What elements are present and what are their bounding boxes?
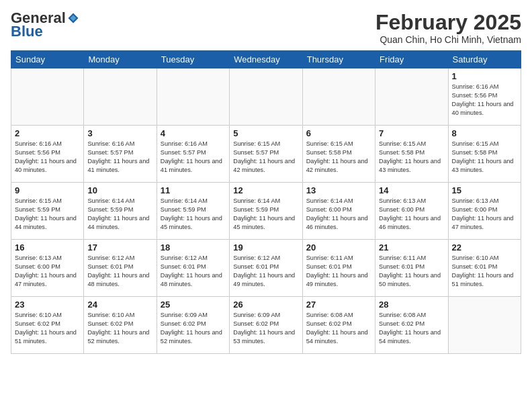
day-number: 12	[233, 185, 298, 195]
day-number: 8	[452, 128, 517, 138]
calendar-week-row: 16Sunrise: 6:13 AMSunset: 6:00 PMDayligh…	[11, 240, 521, 297]
day-number: 1	[452, 71, 517, 81]
day-info: Sunrise: 6:08 AMSunset: 6:02 PMDaylight:…	[379, 311, 444, 346]
day-number: 28	[379, 300, 444, 310]
calendar-cell: 9Sunrise: 6:15 AMSunset: 5:59 PMDaylight…	[11, 183, 84, 240]
page-header: General Blue February 2025 Quan Chin, Ho…	[11, 11, 521, 45]
calendar-cell: 27Sunrise: 6:08 AMSunset: 6:02 PMDayligh…	[302, 297, 375, 354]
day-number: 15	[452, 185, 517, 195]
day-info: Sunrise: 6:13 AMSunset: 6:00 PMDaylight:…	[452, 197, 517, 232]
day-info: Sunrise: 6:13 AMSunset: 6:00 PMDaylight:…	[15, 254, 80, 289]
day-number: 21	[379, 242, 444, 253]
day-number: 14	[379, 185, 444, 195]
calendar-cell: 20Sunrise: 6:11 AMSunset: 6:01 PMDayligh…	[302, 240, 375, 297]
day-info: Sunrise: 6:13 AMSunset: 6:00 PMDaylight:…	[379, 197, 444, 232]
day-number: 24	[87, 300, 152, 310]
calendar-cell: 18Sunrise: 6:12 AMSunset: 6:01 PMDayligh…	[157, 240, 229, 297]
calendar-cell: 11Sunrise: 6:14 AMSunset: 5:59 PMDayligh…	[157, 183, 229, 240]
calendar-cell: 14Sunrise: 6:13 AMSunset: 6:00 PMDayligh…	[375, 183, 448, 240]
day-number: 23	[15, 300, 80, 310]
day-number: 22	[452, 242, 517, 253]
calendar-cell	[302, 68, 375, 126]
day-number: 20	[306, 242, 371, 253]
calendar-week-row: 2Sunrise: 6:16 AMSunset: 5:56 PMDaylight…	[11, 126, 521, 183]
day-info: Sunrise: 6:11 AMSunset: 6:01 PMDaylight:…	[306, 254, 371, 289]
calendar-cell: 15Sunrise: 6:13 AMSunset: 6:00 PMDayligh…	[448, 183, 521, 240]
day-number: 26	[233, 300, 298, 310]
calendar-cell: 7Sunrise: 6:15 AMSunset: 5:58 PMDaylight…	[375, 126, 448, 183]
calendar-cell: 2Sunrise: 6:16 AMSunset: 5:56 PMDaylight…	[11, 126, 84, 183]
day-info: Sunrise: 6:10 AMSunset: 6:02 PMDaylight:…	[15, 311, 80, 346]
calendar-week-row: 23Sunrise: 6:10 AMSunset: 6:02 PMDayligh…	[11, 297, 521, 354]
day-number: 27	[306, 300, 371, 310]
day-number: 13	[306, 185, 371, 195]
calendar-cell: 12Sunrise: 6:14 AMSunset: 5:59 PMDayligh…	[230, 183, 302, 240]
day-info: Sunrise: 6:15 AMSunset: 5:59 PMDaylight:…	[15, 197, 80, 232]
day-info: Sunrise: 6:12 AMSunset: 6:01 PMDaylight:…	[161, 254, 226, 289]
calendar-header-friday: Friday	[375, 51, 448, 68]
day-number: 5	[233, 128, 298, 138]
calendar-header-thursday: Thursday	[302, 51, 375, 68]
calendar-cell: 4Sunrise: 6:16 AMSunset: 5:57 PMDaylight…	[157, 126, 229, 183]
calendar-cell: 3Sunrise: 6:16 AMSunset: 5:57 PMDaylight…	[84, 126, 157, 183]
day-info: Sunrise: 6:15 AMSunset: 5:58 PMDaylight:…	[379, 140, 444, 175]
calendar-cell	[84, 68, 157, 126]
calendar-cell: 17Sunrise: 6:12 AMSunset: 6:01 PMDayligh…	[84, 240, 157, 297]
calendar-header-saturday: Saturday	[448, 51, 521, 68]
calendar-cell: 16Sunrise: 6:13 AMSunset: 6:00 PMDayligh…	[11, 240, 84, 297]
day-info: Sunrise: 6:14 AMSunset: 5:59 PMDaylight:…	[161, 197, 226, 232]
day-number: 4	[161, 128, 226, 138]
calendar-header-wednesday: Wednesday	[230, 51, 302, 68]
day-number: 18	[161, 242, 226, 253]
day-number: 17	[87, 242, 152, 253]
day-info: Sunrise: 6:14 AMSunset: 5:59 PMDaylight:…	[87, 197, 152, 232]
calendar-cell: 8Sunrise: 6:15 AMSunset: 5:58 PMDaylight…	[448, 126, 521, 183]
calendar-cell	[230, 68, 302, 126]
calendar-cell: 22Sunrise: 6:10 AMSunset: 6:01 PMDayligh…	[448, 240, 521, 297]
day-number: 25	[161, 300, 226, 310]
day-info: Sunrise: 6:16 AMSunset: 5:56 PMDaylight:…	[452, 83, 517, 118]
day-info: Sunrise: 6:14 AMSunset: 6:00 PMDaylight:…	[306, 197, 371, 232]
day-number: 16	[15, 242, 80, 253]
title-section: February 2025 Quan Chin, Ho Chi Minh, Vi…	[375, 11, 521, 45]
month-year-title: February 2025	[375, 11, 521, 34]
day-number: 11	[161, 185, 226, 195]
calendar-cell: 6Sunrise: 6:15 AMSunset: 5:58 PMDaylight…	[302, 126, 375, 183]
day-info: Sunrise: 6:15 AMSunset: 5:57 PMDaylight:…	[233, 140, 298, 175]
day-info: Sunrise: 6:16 AMSunset: 5:56 PMDaylight:…	[15, 140, 80, 175]
calendar-cell: 23Sunrise: 6:10 AMSunset: 6:02 PMDayligh…	[11, 297, 84, 354]
calendar-header-monday: Monday	[84, 51, 157, 68]
location-subtitle: Quan Chin, Ho Chi Minh, Vietnam	[375, 34, 521, 45]
calendar-cell	[11, 68, 84, 126]
day-number: 3	[87, 128, 152, 138]
calendar-cell: 26Sunrise: 6:09 AMSunset: 6:02 PMDayligh…	[230, 297, 302, 354]
day-info: Sunrise: 6:11 AMSunset: 6:01 PMDaylight:…	[379, 254, 444, 289]
day-info: Sunrise: 6:15 AMSunset: 5:58 PMDaylight:…	[452, 140, 517, 175]
calendar-week-row: 9Sunrise: 6:15 AMSunset: 5:59 PMDaylight…	[11, 183, 521, 240]
day-number: 6	[306, 128, 371, 138]
calendar-cell: 21Sunrise: 6:11 AMSunset: 6:01 PMDayligh…	[375, 240, 448, 297]
day-number: 7	[379, 128, 444, 138]
day-info: Sunrise: 6:09 AMSunset: 6:02 PMDaylight:…	[233, 311, 298, 346]
day-info: Sunrise: 6:12 AMSunset: 6:01 PMDaylight:…	[233, 254, 298, 289]
day-info: Sunrise: 6:15 AMSunset: 5:58 PMDaylight:…	[306, 140, 371, 175]
calendar-cell: 13Sunrise: 6:14 AMSunset: 6:00 PMDayligh…	[302, 183, 375, 240]
calendar-cell: 25Sunrise: 6:09 AMSunset: 6:02 PMDayligh…	[157, 297, 229, 354]
day-number: 10	[87, 185, 152, 195]
calendar-header-row: SundayMondayTuesdayWednesdayThursdayFrid…	[11, 51, 521, 68]
calendar-header-sunday: Sunday	[11, 51, 84, 68]
calendar-cell: 24Sunrise: 6:10 AMSunset: 6:02 PMDayligh…	[84, 297, 157, 354]
day-info: Sunrise: 6:08 AMSunset: 6:02 PMDaylight:…	[306, 311, 371, 346]
day-info: Sunrise: 6:12 AMSunset: 6:01 PMDaylight:…	[87, 254, 152, 289]
calendar-cell: 1Sunrise: 6:16 AMSunset: 5:56 PMDaylight…	[448, 68, 521, 126]
logo-icon	[67, 12, 79, 24]
calendar-cell	[157, 68, 229, 126]
day-info: Sunrise: 6:16 AMSunset: 5:57 PMDaylight:…	[87, 140, 152, 175]
calendar-cell: 28Sunrise: 6:08 AMSunset: 6:02 PMDayligh…	[375, 297, 448, 354]
logo-blue-text: Blue	[11, 23, 43, 40]
calendar-cell	[448, 297, 521, 354]
day-number: 9	[15, 185, 80, 195]
day-info: Sunrise: 6:14 AMSunset: 5:59 PMDaylight:…	[233, 197, 298, 232]
calendar-header-tuesday: Tuesday	[157, 51, 229, 68]
day-info: Sunrise: 6:09 AMSunset: 6:02 PMDaylight:…	[161, 311, 226, 346]
